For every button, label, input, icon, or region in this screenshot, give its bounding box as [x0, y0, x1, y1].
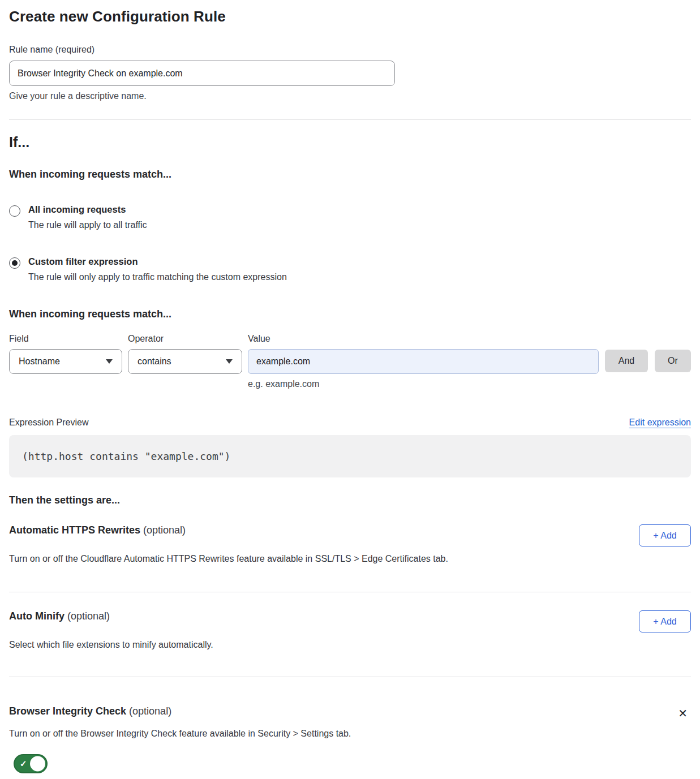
setting-automatic-https-rewrites: Automatic HTTPS Rewrites (optional) + Ad… — [9, 524, 691, 564]
expression-builder-row: Field Hostname Operator contains Value e… — [9, 334, 691, 389]
toggle-knob[interactable] — [30, 756, 45, 772]
field-label: Field — [9, 334, 122, 344]
setting-divider — [9, 677, 691, 677]
radio-label: Custom filter expression — [28, 256, 287, 267]
chevron-down-icon — [226, 359, 233, 364]
radio-custom-filter-expression[interactable] — [9, 257, 20, 269]
radio-description: The rule will apply to all traffic — [28, 220, 147, 230]
setting-optional-text: (optional) — [143, 524, 186, 536]
radio-label: All incoming requests — [28, 204, 147, 215]
radio-all-incoming-requests[interactable] — [9, 205, 20, 217]
add-automatic-https-rewrites-button[interactable]: + Add — [639, 524, 691, 546]
setting-title-text: Automatic HTTPS Rewrites — [9, 524, 140, 536]
setting-title-text: Browser Integrity Check — [9, 705, 126, 717]
setting-description: Turn on or off the Browser Integrity Che… — [9, 729, 564, 739]
browser-integrity-check-toggle[interactable]: ✓ — [14, 754, 48, 773]
and-button[interactable]: And — [605, 350, 648, 372]
builder-heading: When incoming requests match... — [9, 308, 691, 320]
setting-optional-text: (optional) — [129, 705, 171, 717]
setting-title-text: Auto Minify — [9, 610, 65, 622]
expression-preview-label: Expression Preview — [9, 418, 89, 428]
setting-auto-minify: Auto Minify (optional) + Add Select whic… — [9, 610, 691, 650]
value-input[interactable] — [248, 349, 599, 374]
rule-name-label: Rule name (required) — [9, 45, 691, 55]
setting-optional-text: (optional) — [67, 610, 110, 622]
operator-label: Operator — [128, 334, 242, 344]
operator-select[interactable]: contains — [128, 349, 242, 374]
value-label: Value — [248, 334, 599, 344]
field-select-value: Hostname — [19, 356, 60, 367]
setting-title: Automatic HTTPS Rewrites (optional) — [9, 524, 186, 536]
field-select[interactable]: Hostname — [9, 349, 122, 374]
operator-select-value: contains — [138, 356, 171, 367]
create-configuration-rule-form: Create new Configuration Rule Rule name … — [0, 0, 700, 773]
rule-name-input[interactable] — [9, 61, 395, 86]
option-all-incoming-requests[interactable]: All incoming requests The rule will appl… — [9, 204, 691, 230]
check-icon: ✓ — [20, 759, 27, 769]
setting-description: Select which file extensions to minify a… — [9, 640, 564, 650]
match-heading: When incoming requests match... — [9, 169, 691, 180]
settings-heading: Then the settings are... — [9, 494, 691, 506]
rule-name-help: Give your rule a descriptive name. — [9, 91, 691, 101]
edit-expression-link[interactable]: Edit expression — [629, 418, 691, 428]
setting-browser-integrity-check: Browser Integrity Check (optional) ✕ Tur… — [9, 705, 691, 773]
close-icon[interactable]: ✕ — [675, 705, 691, 721]
setting-title: Browser Integrity Check (optional) — [9, 705, 171, 717]
if-heading: If... — [9, 134, 691, 150]
page-title: Create new Configuration Rule — [9, 8, 691, 25]
expression-code: (http.host contains "example.com") — [22, 450, 230, 462]
value-hint: e.g. example.com — [248, 379, 599, 389]
or-button[interactable]: Or — [655, 350, 691, 372]
expression-preview-box: (http.host contains "example.com") — [9, 435, 691, 477]
radio-description: The rule will only apply to traffic matc… — [28, 272, 287, 282]
setting-title: Auto Minify (optional) — [9, 610, 110, 622]
setting-description: Turn on or off the Cloudflare Automatic … — [9, 554, 564, 564]
section-divider — [9, 119, 691, 119]
add-auto-minify-button[interactable]: + Add — [639, 610, 691, 632]
setting-divider — [9, 592, 691, 592]
option-custom-filter-expression[interactable]: Custom filter expression The rule will o… — [9, 256, 691, 282]
chevron-down-icon — [106, 359, 113, 364]
